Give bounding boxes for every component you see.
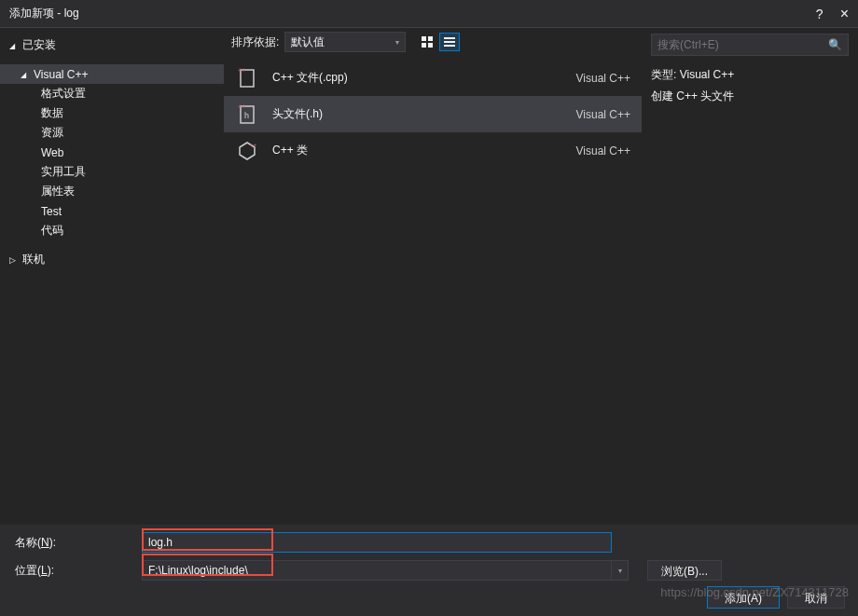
- sort-combo[interactable]: 默认值 ▾: [284, 32, 406, 52]
- type-info: 类型: Visual C++: [651, 67, 849, 83]
- template-panel: 排序依据: 默认值 ▾ ++ C++ 文件(.cpp) Visual C: [224, 28, 642, 525]
- dialog-footer: 添加(A) 取消: [707, 586, 845, 609]
- svg-text:++: ++: [250, 142, 257, 147]
- center-toolbar: 排序依据: 默认值 ▾: [224, 28, 642, 56]
- svg-text:++: ++: [238, 67, 245, 74]
- cancel-button[interactable]: 取消: [787, 586, 845, 609]
- chevron-down-icon: ▾: [395, 38, 399, 47]
- info-panel: 🔍 类型: Visual C++ 创建 C++ 头文件: [642, 28, 858, 525]
- main-area: 已安装 Visual C++ 格式设置 数据 资源 Web 实用工具 属性表 T…: [0, 28, 858, 525]
- tree-item-test[interactable]: Test: [0, 201, 224, 221]
- browse-button[interactable]: 浏览(B)...: [647, 560, 722, 581]
- list-icon: [444, 37, 455, 47]
- cpp-file-icon: ++: [235, 66, 259, 90]
- grid-icon: [422, 36, 433, 48]
- tree-item-utility[interactable]: 实用工具: [0, 162, 224, 182]
- template-cpp-class[interactable]: ++ C++ 类 Visual C++: [224, 132, 642, 169]
- chevron-right-icon: [9, 255, 21, 265]
- template-cpp-file[interactable]: ++ C++ 文件(.cpp) Visual C++: [224, 60, 642, 96]
- window-title: 添加新项 - log: [9, 6, 816, 21]
- tree-item-resource[interactable]: 资源: [0, 123, 224, 143]
- location-label: 位置(L):: [15, 563, 134, 579]
- close-icon[interactable]: ×: [840, 6, 849, 22]
- name-input[interactable]: [142, 532, 612, 553]
- tree-item-code[interactable]: 代码: [0, 221, 224, 240]
- svg-text:h: h: [244, 111, 249, 120]
- description: 创建 C++ 头文件: [651, 89, 849, 104]
- search-box[interactable]: 🔍: [651, 34, 849, 56]
- chevron-down-icon: [21, 70, 32, 79]
- view-list-button[interactable]: [439, 33, 460, 51]
- tree-item-format[interactable]: 格式设置: [0, 84, 224, 103]
- chevron-down-icon[interactable]: ▾: [612, 560, 629, 581]
- sort-label: 排序依据:: [231, 34, 279, 50]
- tree-visual-cpp[interactable]: Visual C++: [0, 64, 224, 84]
- add-button[interactable]: 添加(A): [707, 586, 780, 609]
- search-input[interactable]: [657, 38, 828, 51]
- location-input[interactable]: [142, 560, 612, 581]
- location-combo[interactable]: ▾: [142, 560, 629, 581]
- bottom-form: 名称(N): 位置(L): ▾ 浏览(B)...: [0, 525, 858, 595]
- category-sidebar: 已安装 Visual C++ 格式设置 数据 资源 Web 实用工具 属性表 T…: [0, 28, 224, 525]
- cpp-class-icon: ++: [235, 139, 259, 163]
- help-icon[interactable]: ?: [816, 7, 823, 21]
- chevron-down-icon: [9, 41, 21, 50]
- template-header-file[interactable]: h++ 头文件(.h) Visual C++: [224, 96, 642, 132]
- tree-item-property[interactable]: 属性表: [0, 182, 224, 201]
- tree-online[interactable]: 联机: [0, 250, 224, 269]
- tree-item-data[interactable]: 数据: [0, 103, 224, 123]
- svg-text:++: ++: [238, 103, 245, 110]
- title-bar: 添加新项 - log ? ×: [0, 0, 858, 28]
- view-grid-button[interactable]: [417, 33, 437, 51]
- search-icon: 🔍: [828, 38, 842, 51]
- header-file-icon: h++: [235, 103, 259, 127]
- tree-installed[interactable]: 已安装: [0, 35, 224, 55]
- template-list: ++ C++ 文件(.cpp) Visual C++ h++ 头文件(.h) V…: [224, 56, 642, 525]
- name-label: 名称(N):: [15, 535, 134, 551]
- tree-item-web[interactable]: Web: [0, 143, 224, 162]
